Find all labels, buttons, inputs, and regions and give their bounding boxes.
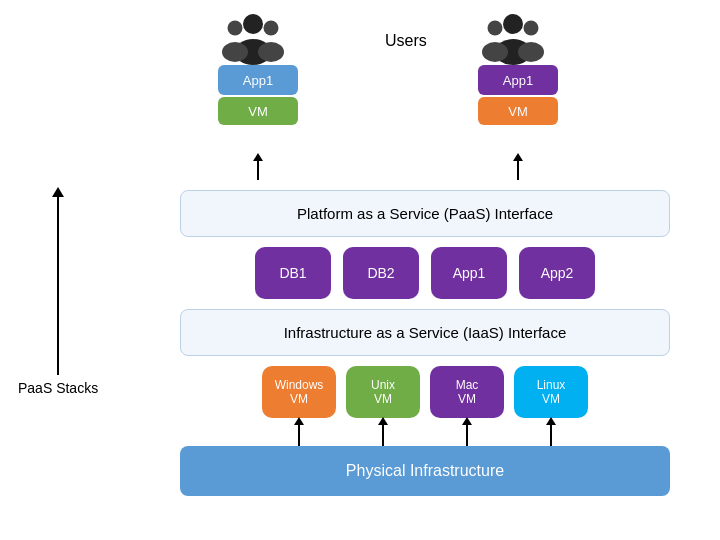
svg-point-3 (222, 42, 248, 62)
linux-vm-box: LinuxVM (514, 366, 588, 418)
paas-stacks-label: PaaS Stacks (18, 195, 98, 397)
right-user-icon (478, 10, 548, 65)
physical-infrastructure-label: Physical Infrastructure (346, 462, 504, 479)
left-vm-box: VM (218, 97, 298, 125)
right-vm-box: VM (478, 97, 558, 125)
mac-arrow (430, 424, 504, 446)
db1-box: DB1 (255, 247, 331, 299)
mac-vm-box: MacVM (430, 366, 504, 418)
main-area: Platform as a Service (PaaS) Interface D… (180, 190, 670, 496)
middle-boxes-row: DB1 DB2 App1 App2 (180, 247, 670, 299)
svg-point-4 (264, 21, 279, 36)
svg-point-0 (243, 14, 263, 34)
linux-arrow (514, 424, 588, 446)
left-user-icon (218, 10, 288, 65)
windows-vm-box: WindowsVM (262, 366, 336, 418)
users-label: Users (385, 32, 427, 50)
svg-point-6 (503, 14, 523, 34)
db2-box: DB2 (343, 247, 419, 299)
svg-point-11 (518, 42, 544, 62)
app1-middle-box: App1 (431, 247, 507, 299)
right-app1-box: App1 (478, 65, 558, 95)
vm-arrows-row (180, 424, 670, 446)
paas-interface-box: Platform as a Service (PaaS) Interface (180, 190, 670, 237)
paas-arrow (57, 195, 59, 375)
paas-stacks-text: PaaS Stacks (18, 379, 98, 397)
iaas-interface-box: Infrastructure as a Service (IaaS) Inter… (180, 309, 670, 356)
left-top-stack: App1 VM (218, 65, 298, 125)
iaas-interface-label: Infrastructure as a Service (IaaS) Inter… (284, 324, 567, 341)
diagram-container: PaaS Stacks Users App1 VM App1 (0, 0, 720, 540)
right-top-stack: App1 VM (478, 65, 558, 125)
unix-arrow (346, 424, 420, 446)
svg-point-5 (258, 42, 284, 62)
right-stack-arrow (517, 160, 519, 180)
left-stack-arrow (257, 160, 259, 180)
svg-point-10 (524, 21, 539, 36)
svg-point-2 (228, 21, 243, 36)
unix-vm-box: UnixVM (346, 366, 420, 418)
left-app1-box: App1 (218, 65, 298, 95)
app2-middle-box: App2 (519, 247, 595, 299)
paas-interface-label: Platform as a Service (PaaS) Interface (297, 205, 553, 222)
windows-arrow (262, 424, 336, 446)
vm-boxes-row: WindowsVM UnixVM MacVM LinuxVM (180, 366, 670, 418)
svg-point-8 (488, 21, 503, 36)
svg-point-9 (482, 42, 508, 62)
physical-infrastructure-box: Physical Infrastructure (180, 446, 670, 496)
